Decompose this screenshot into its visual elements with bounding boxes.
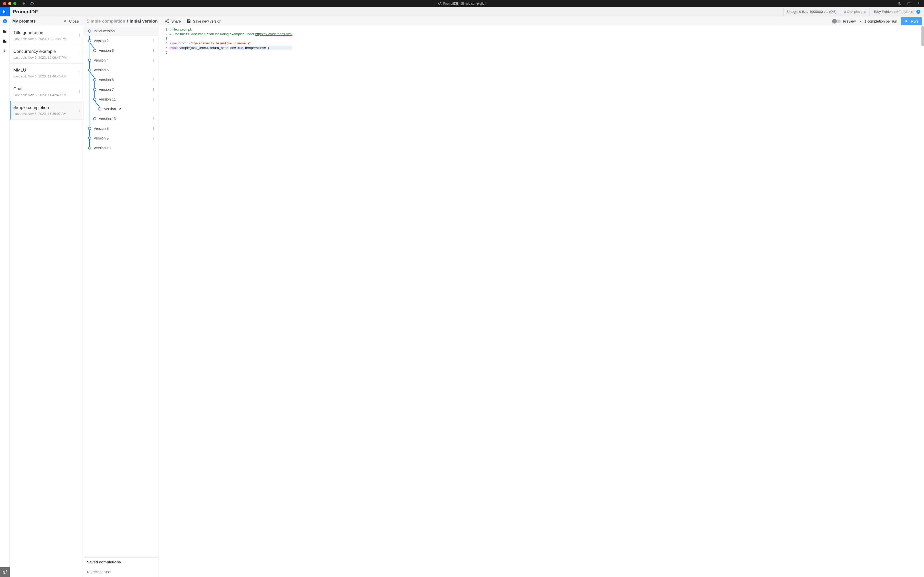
version-row[interactable]: Version 6 [84,75,158,85]
kebab-icon[interactable] [78,71,82,75]
version-row[interactable]: Initial version [84,26,158,36]
svg-point-60 [153,138,154,139]
version-row[interactable]: Version 10 [84,143,158,153]
svg-point-15 [79,54,80,54]
prompt-title: Title generation [13,30,80,35]
prompt-item[interactable]: Title generationLast edit: Nov 6, 2023, … [10,26,84,45]
version-label: Version 8 [94,126,108,131]
svg-point-34 [153,51,154,52]
svg-point-35 [153,59,154,60]
code-content[interactable]: # New prompt.# Find the full documentati… [170,27,292,577]
main-body: xI Title generationLast edit: Nov 6, 202… [0,26,924,577]
kebab-icon[interactable] [152,39,155,43]
version-row[interactable]: Version 9 [84,133,158,143]
app-logo[interactable] [0,7,10,16]
xai-logo-icon[interactable]: xI [0,567,10,577]
more-icon[interactable] [917,2,921,6]
kebab-icon[interactable] [152,88,155,91]
kebab-icon[interactable] [78,34,82,37]
preview-toggle[interactable]: Preview [833,19,856,23]
breadcrumb-prompt[interactable]: Simple completion [87,19,125,24]
svg-point-40 [153,71,154,71]
svg-point-31 [153,42,154,42]
version-row[interactable]: Version 8 [84,124,158,133]
zoom-icon[interactable] [898,2,901,6]
share-button[interactable]: Share [165,19,181,23]
version-row[interactable]: Version 2 [84,36,158,46]
kebab-icon[interactable] [152,97,155,101]
completions-count: 0 Completions [840,7,869,16]
svg-point-37 [153,61,154,61]
kebab-icon[interactable] [152,137,155,140]
prompt-item[interactable]: MMLULast edit: Nov 6, 2023, 11:46:45 AM [10,64,84,82]
window-close[interactable] [3,2,6,5]
version-tree-scroll[interactable]: Initial versionVersion 2Version 3Version… [84,26,158,557]
code-editor[interactable]: 123456 # New prompt.# Find the full docu… [158,26,924,577]
user-info[interactable]: Toby Pohlen (@TobyPhln) ✓ [869,7,924,16]
minimap-scrollbar[interactable] [921,26,924,46]
svg-point-44 [153,88,154,89]
toggle-track [833,19,841,23]
kebab-icon[interactable] [152,29,155,33]
version-row[interactable]: Version 4 [84,55,158,65]
svg-point-1 [918,2,919,3]
version-label: Version 12 [104,107,121,111]
kebab-icon[interactable] [152,49,155,52]
version-row[interactable]: Version 7 [84,85,158,94]
version-row[interactable]: Version 11 [84,94,158,104]
svg-point-18 [79,73,80,73]
svg-point-32 [153,49,154,50]
kebab-icon[interactable] [152,146,155,150]
kebab-icon[interactable] [78,108,82,112]
version-label: Version 3 [99,48,114,53]
kebab-icon[interactable] [152,78,155,82]
saved-completions-header: Saved completions [84,557,158,567]
kebab-icon[interactable] [152,68,155,72]
extensions-icon[interactable] [907,2,911,6]
folder-icon[interactable] [3,29,7,34]
run-button[interactable]: Run [901,17,922,25]
share-label: Share [171,19,181,23]
file-icon[interactable] [3,49,7,53]
svg-point-20 [79,90,80,91]
prompt-item[interactable]: Concurrency exampleLast edit: Nov 6, 202… [10,45,84,64]
version-node-icon [93,98,96,101]
browser-actions [898,2,921,6]
svg-point-27 [153,31,154,31]
version-row[interactable]: Version 5 [84,65,158,75]
version-label: Version 13 [99,117,116,121]
svg-point-49 [153,100,154,100]
window-maximize[interactable] [13,2,16,5]
version-row[interactable]: Version 12 [84,104,158,114]
kebab-icon[interactable] [152,127,155,130]
kebab-icon[interactable] [152,107,155,111]
save-version-button[interactable]: Save new version [187,19,221,23]
svg-point-53 [153,118,154,118]
version-row[interactable]: Version 13 [84,114,158,124]
version-row[interactable]: Version 3 [84,46,158,55]
browser-title: xAI PromptIDE - Simple completion [0,2,924,5]
kebab-icon[interactable] [78,52,82,56]
new-prompt-button[interactable] [0,16,10,26]
version-label: Version 9 [94,136,108,140]
kebab-icon[interactable] [152,117,155,121]
svg-point-57 [153,128,154,129]
prompt-item[interactable]: Simple completionLast edit: Nov 6, 2023,… [10,101,84,120]
version-node-icon [93,88,96,91]
svg-rect-9 [188,19,189,21]
back-icon[interactable] [22,2,26,5]
svg-point-21 [79,91,80,92]
prompt-item[interactable]: ChatLast edit: Nov 6, 2023, 11:42:49 AM [10,82,84,101]
version-node-icon [88,39,91,42]
drive-icon[interactable] [3,39,7,44]
close-panel-button[interactable]: Close [63,19,79,23]
window-minimize[interactable] [8,2,11,5]
kebab-icon[interactable] [78,90,82,93]
svg-rect-10 [188,21,189,22]
reload-icon[interactable] [30,2,34,5]
prompt-title: Chat [13,86,80,92]
prompt-title: Concurrency example [13,49,80,54]
svg-point-25 [79,111,80,111]
completions-per-run-select[interactable]: 1 completion per run [859,19,897,23]
kebab-icon[interactable] [152,58,155,62]
